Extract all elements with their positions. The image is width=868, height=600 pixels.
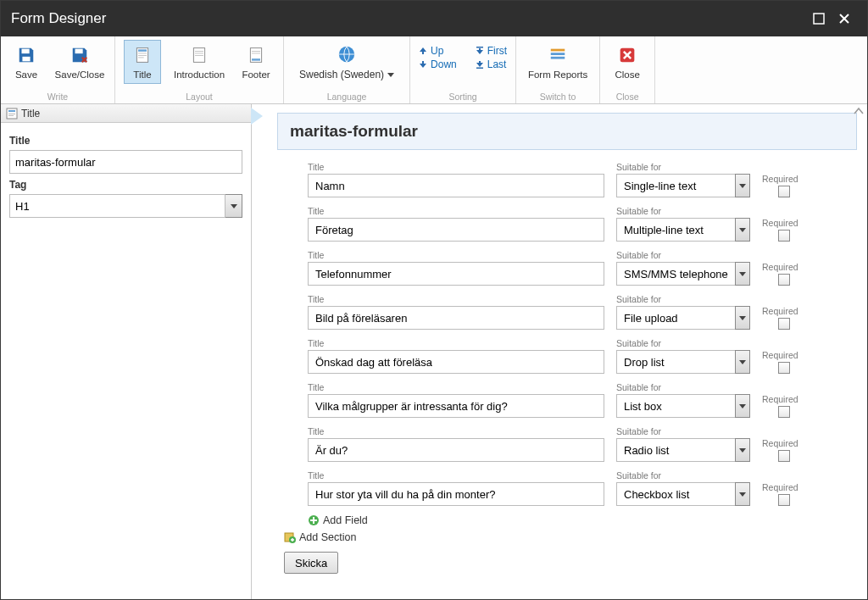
chevron-up-icon: [854, 107, 864, 115]
add-section-button[interactable]: Add Section: [284, 531, 857, 543]
field-type-select[interactable]: Single-line text: [616, 174, 750, 197]
svg-rect-27: [8, 115, 14, 116]
required-checkbox[interactable]: [778, 274, 790, 286]
form-reports-button[interactable]: Form Reports: [525, 40, 591, 84]
field-type-caret[interactable]: [735, 218, 750, 242]
required-checkbox[interactable]: [778, 406, 790, 418]
field-title-input[interactable]: [308, 438, 604, 462]
field-type-select[interactable]: List box: [616, 394, 750, 418]
field-type-select[interactable]: File upload: [616, 306, 750, 330]
form-canvas: maritas-formular TitleSuitable forSingle…: [252, 104, 867, 599]
add-field-button[interactable]: Add Field: [308, 514, 857, 526]
required-checkbox[interactable]: [778, 186, 790, 197]
field-type-caret[interactable]: [735, 438, 750, 462]
move-down-button[interactable]: Down: [419, 58, 457, 70]
title-button[interactable]: Title: [124, 40, 161, 84]
field-type-label: Suitable for: [616, 250, 750, 260]
svg-rect-18: [476, 47, 483, 48]
fields-list: TitleSuitable forSingle-line textRequire…: [277, 150, 857, 574]
svg-rect-12: [195, 55, 203, 56]
window-titlebar: Form Designer: [1, 1, 867, 36]
caret-down-icon: [739, 272, 746, 276]
svg-rect-5: [138, 49, 147, 52]
footer-button[interactable]: Footer: [237, 40, 275, 84]
field-row[interactable]: TitleSuitable forDrop listRequired: [308, 338, 857, 374]
field-title-label: Title: [308, 382, 604, 392]
field-row[interactable]: TitleSuitable forFile uploadRequired: [308, 294, 857, 330]
ribbon-toolbar: Save Save/Close Write Title Introduction: [1, 36, 867, 104]
field-title-input[interactable]: [308, 174, 604, 197]
add-section-icon: [284, 531, 296, 543]
title-input[interactable]: [9, 150, 242, 174]
field-title-input[interactable]: [308, 482, 604, 506]
document-title-icon: [131, 44, 153, 66]
field-row[interactable]: TitleSuitable forCheckbox listRequired: [308, 470, 857, 506]
field-title-label: Title: [308, 162, 604, 172]
form-title-bar[interactable]: maritas-formular: [277, 113, 857, 150]
field-type-select[interactable]: Drop list: [616, 350, 750, 374]
ribbon-group-close: Close Close: [600, 36, 655, 103]
field-type-select[interactable]: Checkbox list: [616, 482, 750, 506]
field-type-select[interactable]: SMS/MMS telephone: [616, 262, 750, 286]
move-last-button[interactable]: Last: [476, 58, 507, 70]
field-required-label: Required: [762, 174, 806, 184]
language-dropdown[interactable]: Swedish (Sweden): [292, 40, 401, 84]
field-type-label: Suitable for: [616, 162, 750, 172]
field-row[interactable]: TitleSuitable forList boxRequired: [308, 382, 857, 418]
ribbon-group-switch: Form Reports Switch to: [516, 36, 600, 103]
tag-field-label: Tag: [9, 179, 242, 191]
move-up-button[interactable]: Up: [419, 45, 457, 57]
field-type-label: Suitable for: [616, 382, 750, 392]
required-checkbox[interactable]: [778, 318, 790, 330]
field-type-caret[interactable]: [735, 394, 750, 418]
field-row[interactable]: TitleSuitable forRadio listRequired: [308, 426, 857, 462]
field-title-label: Title: [308, 250, 604, 260]
field-title-input[interactable]: [308, 218, 604, 242]
field-required-label: Required: [762, 262, 806, 272]
close-button[interactable]: Close: [609, 40, 646, 84]
field-row[interactable]: TitleSuitable forSingle-line textRequire…: [308, 162, 857, 197]
field-type-caret[interactable]: [735, 306, 750, 330]
window-title: Form Designer: [11, 10, 806, 27]
tag-select-caret[interactable]: [225, 194, 242, 218]
field-title-input[interactable]: [308, 394, 604, 418]
tag-select[interactable]: H1: [9, 194, 242, 218]
arrow-first-icon: [476, 47, 484, 55]
field-title-input[interactable]: [308, 306, 604, 330]
required-checkbox[interactable]: [778, 362, 790, 374]
introduction-button[interactable]: Introduction: [171, 40, 227, 84]
move-first-button[interactable]: First: [476, 45, 507, 57]
window-maximize-button[interactable]: [806, 6, 832, 31]
save-close-button[interactable]: Save/Close: [53, 40, 106, 84]
field-title-input[interactable]: [308, 350, 604, 374]
field-required-label: Required: [762, 482, 806, 492]
field-type-caret[interactable]: [735, 262, 750, 286]
save-button[interactable]: Save: [9, 40, 43, 84]
field-type-select[interactable]: Radio list: [616, 438, 750, 462]
caret-down-icon: [739, 228, 746, 232]
window-close-button[interactable]: [832, 6, 857, 31]
collapse-ribbon-button[interactable]: [854, 106, 864, 118]
title-field-label: Title: [9, 135, 242, 147]
field-type-select[interactable]: Multiple-line text: [616, 218, 750, 242]
field-type-label: Suitable for: [616, 470, 750, 481]
required-checkbox[interactable]: [778, 230, 790, 242]
field-required-label: Required: [762, 350, 806, 360]
caret-down-icon: [739, 316, 746, 320]
field-type-caret[interactable]: [735, 482, 750, 506]
field-row[interactable]: TitleSuitable forMultiple-line textRequi…: [308, 206, 857, 242]
sidebar-tab-title[interactable]: Title: [1, 104, 251, 123]
required-checkbox[interactable]: [778, 450, 790, 462]
required-checkbox[interactable]: [778, 494, 790, 506]
close-icon: [838, 13, 850, 25]
svg-rect-21: [551, 53, 565, 55]
submit-button[interactable]: Skicka: [284, 552, 338, 574]
ribbon-group-sorting: Up Down First Last Sorting: [410, 36, 516, 103]
field-title-input[interactable]: [308, 262, 604, 286]
field-type-caret[interactable]: [735, 350, 750, 374]
field-type-caret[interactable]: [735, 174, 750, 197]
field-row[interactable]: TitleSuitable forSMS/MMS telephoneRequir…: [308, 250, 857, 286]
arrow-up-icon: [419, 47, 427, 55]
field-title-label: Title: [308, 206, 604, 216]
maximize-icon: [813, 13, 825, 25]
